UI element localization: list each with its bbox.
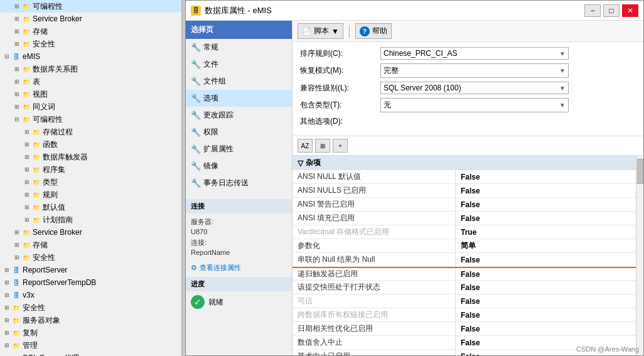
prop-row-4[interactable]: Vardecimal 存储格式已启用 True bbox=[292, 225, 636, 239]
field-value-containment[interactable]: 无 ▼ bbox=[380, 98, 569, 112]
tree-item-programmability1[interactable]: ⊞ 📁 可编程性 bbox=[0, 0, 181, 13]
tree-item-dbtriggers[interactable]: ⊞ 📁 数据库触发器 bbox=[0, 151, 181, 163]
nav-item-general[interactable]: 🔧 常规 bbox=[186, 39, 292, 56]
tree-item-functions[interactable]: ⊞ 📁 函数 bbox=[0, 138, 181, 151]
tree-label: v3x bbox=[23, 291, 35, 299]
connection-section-header: 连接 bbox=[186, 199, 292, 213]
tree-item-programmability2[interactable]: ⊟ 📁 可编程性 bbox=[0, 113, 181, 126]
prop-name-7: 递归触发器已启用 bbox=[292, 268, 456, 280]
prop-row-5[interactable]: 参数化 简单 bbox=[292, 239, 636, 253]
nav-label: 更改跟踪 bbox=[203, 110, 233, 121]
help-button[interactable]: ? 帮助 bbox=[355, 23, 392, 39]
prop-row-6[interactable]: 串联的 Null 结果为 Null False bbox=[292, 253, 636, 267]
tree-item-emis[interactable]: ⊟ 🗄 eMIS bbox=[0, 50, 181, 63]
nav-item-mirroring[interactable]: 🔧 镜像 bbox=[186, 158, 292, 175]
tree-item-defaults[interactable]: ⊞ 📁 默认值 bbox=[0, 201, 181, 213]
tree-item-servicebroker1[interactable]: ⊞ 📁 Service Broker bbox=[0, 13, 181, 25]
prop-row-7[interactable]: 递归触发器已启用 False bbox=[292, 267, 636, 281]
prop-row-3[interactable]: ANSI 填充已启用 False bbox=[292, 212, 636, 225]
tree-label: 管理 bbox=[23, 340, 38, 351]
folder-icon: 📁 bbox=[11, 353, 21, 356]
nav-item-filegroups[interactable]: 🔧 文件组 bbox=[186, 73, 292, 90]
wrench-icon: 🔧 bbox=[191, 77, 201, 86]
tree-item-sqlagent[interactable]: ⊞ 📁 SQL Server 代理 bbox=[0, 352, 181, 356]
field-value-compat[interactable]: SQL Server 2008 (100) ▼ bbox=[380, 82, 569, 94]
prop-name-2: ANSI 警告已启用 bbox=[292, 198, 456, 211]
prop-value-1: False bbox=[456, 186, 485, 195]
expand-icon: ⊞ bbox=[23, 203, 31, 212]
tree-label: 复制 bbox=[23, 328, 38, 338]
tree-item-reportservertempdb[interactable]: ⊞ 🗄 ReportServerTempDB bbox=[0, 276, 181, 289]
folder-icon: 📁 bbox=[21, 14, 31, 24]
scrollbar-thumb[interactable] bbox=[637, 159, 643, 184]
folder-icon: 📁 bbox=[21, 77, 31, 87]
tree-item-synonyms[interactable]: ⊞ 📁 同义词 bbox=[0, 100, 181, 113]
nav-item-logshipping[interactable]: 🔧 事务日志传送 bbox=[186, 175, 292, 191]
field-value-text: Chinese_PRC_CI_AS bbox=[384, 49, 457, 58]
connection-label-row: 连接: bbox=[191, 238, 287, 247]
tree-item-security2[interactable]: ⊞ 📁 安全性 bbox=[0, 251, 181, 264]
tree-item-storage1[interactable]: ⊞ 📁 存储 bbox=[0, 25, 181, 38]
field-value-collation[interactable]: Chinese_PRC_CI_AS ▼ bbox=[380, 47, 569, 60]
expand-icon: ⊞ bbox=[13, 90, 21, 99]
prop-value-12: False bbox=[456, 338, 485, 347]
sort-alpha-button[interactable]: AZ bbox=[298, 139, 313, 153]
tree-item-v3x[interactable]: ⊞ 🗄 v3x bbox=[0, 289, 181, 301]
tree-item-storage2[interactable]: ⊞ 📁 存储 bbox=[0, 239, 181, 251]
nav-item-permissions[interactable]: 🔧 权限 bbox=[186, 124, 292, 141]
tree-item-security3[interactable]: ⊞ 📁 安全性 bbox=[0, 301, 181, 314]
tree-item-replication[interactable]: ⊞ 📁 复制 bbox=[0, 326, 181, 339]
prop-row-8[interactable]: 该提交快照处于打开状态 False bbox=[292, 281, 636, 294]
tree-item-servicebroker2[interactable]: ⊞ 📁 Service Broker bbox=[0, 226, 181, 239]
tree-item-serverobjects[interactable]: ⊞ 📁 服务器对象 bbox=[0, 314, 181, 326]
expand-icon: ⊞ bbox=[23, 165, 31, 174]
folder-icon: 📁 bbox=[21, 227, 31, 237]
prop-row-11[interactable]: 日期相关性优化已启用 False bbox=[292, 322, 636, 336]
tree-item-rules[interactable]: ⊞ 📁 规则 bbox=[0, 188, 181, 201]
tree-label: 数据库关系图 bbox=[33, 64, 78, 75]
nav-label: 选项 bbox=[203, 93, 218, 104]
prop-name-5: 参数化 bbox=[292, 239, 456, 252]
prop-row-10[interactable]: 跨数据库所有权链接已启用 False bbox=[292, 308, 636, 322]
script-button[interactable]: 📄 脚本 ▼ bbox=[298, 23, 343, 39]
close-button[interactable]: ✕ bbox=[622, 4, 638, 17]
prop-row-1[interactable]: ANSI NULLS 已启用 False bbox=[292, 184, 636, 198]
field-row-collation: 排序规则(C): Chinese_PRC_CI_AS ▼ bbox=[300, 47, 636, 60]
prop-value-11: False bbox=[456, 325, 485, 333]
prop-row-2[interactable]: ANSI 警告已启用 False bbox=[292, 198, 636, 212]
field-value-text: 无 bbox=[384, 100, 391, 111]
nav-item-files[interactable]: 🔧 文件 bbox=[186, 56, 292, 73]
sort-category-button[interactable]: ⊞ bbox=[315, 139, 330, 153]
field-value-text: 完整 bbox=[384, 65, 399, 76]
tree-item-tables[interactable]: ⊞ 📁 表 bbox=[0, 75, 181, 88]
content-fields: 排序规则(C): Chinese_PRC_CI_AS ▼ 恢复模式(M): 完整… bbox=[292, 42, 643, 136]
expand-icon: ⊞ bbox=[13, 102, 21, 111]
maximize-button[interactable]: □ bbox=[603, 4, 620, 17]
tree-item-management[interactable]: ⊞ 📁 管理 bbox=[0, 339, 181, 352]
tree-item-views[interactable]: ⊞ 📁 视图 bbox=[0, 88, 181, 100]
nav-item-extendedprops[interactable]: 🔧 扩展属性 bbox=[186, 141, 292, 158]
expand-icon: ⊞ bbox=[13, 40, 21, 48]
nav-item-changetracking[interactable]: 🔧 更改跟踪 bbox=[186, 107, 292, 124]
add-prop-button[interactable]: ＋ bbox=[333, 139, 348, 153]
tree-item-diagrams[interactable]: ⊞ 📁 数据库关系图 bbox=[0, 63, 181, 75]
scrollbar-vertical[interactable] bbox=[636, 156, 643, 355]
tree-item-planguides[interactable]: ⊞ 📁 计划指南 bbox=[0, 213, 181, 226]
tree-item-security1[interactable]: ⊞ 📁 安全性 bbox=[0, 38, 181, 50]
tree-item-assemblies[interactable]: ⊞ 📁 程序集 bbox=[0, 163, 181, 176]
nav-item-options[interactable]: 🔧 选项 bbox=[186, 90, 292, 107]
tree-item-types[interactable]: ⊞ 📁 类型 bbox=[0, 176, 181, 188]
expand-icon: ⊞ bbox=[13, 27, 21, 36]
field-value-recovery[interactable]: 完整 ▼ bbox=[380, 63, 569, 78]
tree-item-storedprocs[interactable]: ⊞ 📁 存储过程 bbox=[0, 126, 181, 138]
expand-icon: ⊞ bbox=[13, 14, 21, 23]
expand-icon: ⊞ bbox=[13, 240, 21, 249]
dropdown-arrow-icon: ▼ bbox=[559, 102, 566, 109]
tree-label: 同义词 bbox=[33, 102, 55, 112]
prop-row-9[interactable]: 可信 False bbox=[292, 294, 636, 308]
tree-item-reportserver[interactable]: ⊞ 🗄 ReportServer bbox=[0, 264, 181, 276]
prop-row-0[interactable]: ANSI NULL 默认值 False bbox=[292, 170, 636, 184]
view-connection-link[interactable]: ⚙ 查看连接属性 bbox=[186, 261, 292, 274]
field-label-recovery: 恢复模式(M): bbox=[300, 65, 375, 76]
minimize-button[interactable]: − bbox=[584, 4, 601, 17]
